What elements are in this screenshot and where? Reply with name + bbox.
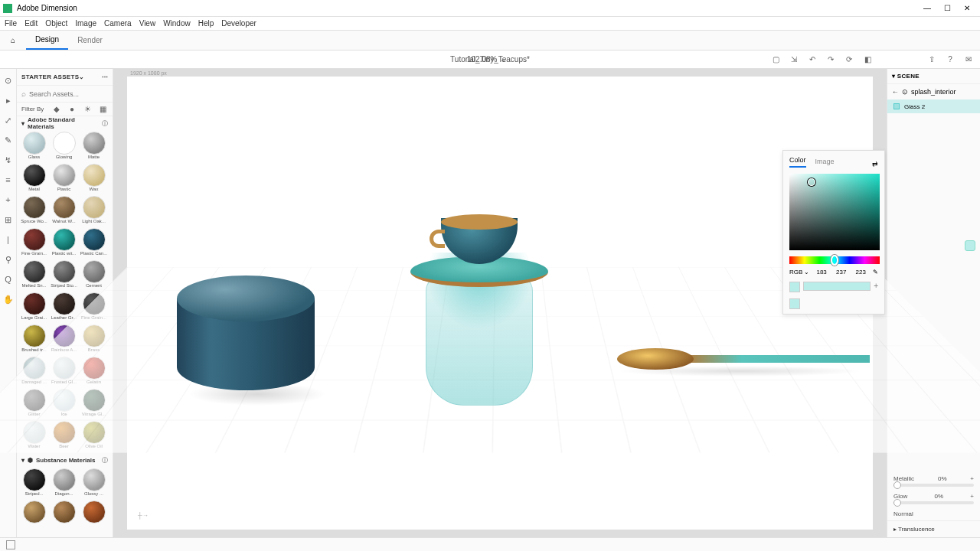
zoom-control[interactable]: 102.08% ⌄: [467, 55, 506, 64]
mode-render[interactable]: Render: [68, 31, 112, 50]
swap-icon[interactable]: ⇄: [872, 160, 878, 168]
hue-slider[interactable]: [789, 256, 880, 264]
material-swatch[interactable]: Wax: [80, 164, 108, 194]
maximize-button[interactable]: ☐: [937, 4, 957, 12]
material-swatch[interactable]: Glass: [20, 132, 48, 162]
material-swatch[interactable]: Fine Grain...: [20, 228, 48, 259]
material-swatch[interactable]: [50, 500, 78, 531]
info-icon[interactable]: ⓘ: [102, 119, 108, 128]
material-swatch[interactable]: [80, 500, 108, 531]
tool-sample[interactable]: ↯: [3, 155, 14, 165]
object-cylinder[interactable]: [173, 276, 318, 398]
tool-move[interactable]: ⤢: [3, 115, 14, 126]
color-g[interactable]: 237: [834, 269, 849, 276]
home-button[interactable]: ⌂: [6, 36, 20, 44]
tool-marquee[interactable]: ⚲: [3, 254, 14, 265]
material-swatch[interactable]: Matte: [80, 132, 108, 162]
tool-layout[interactable]: ⊞: [3, 214, 14, 225]
tool-orbit[interactable]: ⊙: [3, 75, 14, 86]
tab-image[interactable]: Image: [815, 158, 835, 168]
share-icon[interactable]: ⇪: [926, 54, 937, 65]
material-swatch[interactable]: Plastic Can...: [80, 228, 108, 259]
material-swatch[interactable]: Glowing: [50, 132, 78, 162]
minimize-button[interactable]: —: [917, 4, 937, 12]
material-swatch[interactable]: Large Grai...: [20, 292, 48, 323]
canvas-viewport[interactable]: 1920 x 1080 px ┼→: [113, 69, 887, 537]
filter-lights-icon[interactable]: ☀: [82, 104, 93, 115]
assets-header[interactable]: STARTER ASSETS ⌄ ⋯: [17, 69, 113, 86]
status-icon[interactable]: [6, 540, 15, 549]
material-swatch[interactable]: [20, 500, 48, 531]
material-swatch[interactable]: Striped...: [20, 468, 48, 499]
zoom-value[interactable]: 102.08%: [467, 55, 497, 64]
material-swatch[interactable]: Melted Sn...: [20, 260, 48, 291]
menu-edit[interactable]: Edit: [24, 19, 38, 28]
material-swatch[interactable]: Diagon...: [50, 468, 78, 499]
menu-help[interactable]: Help: [198, 19, 214, 28]
mode-design[interactable]: Design: [26, 31, 68, 50]
tool-select[interactable]: ▸: [3, 95, 14, 106]
menu-developer[interactable]: Developer: [221, 19, 256, 28]
menu-image[interactable]: Image: [75, 19, 96, 28]
metallic-slider[interactable]: [893, 484, 974, 487]
color-picker-panel[interactable]: Color Image ⇄ RGB⌄ 183 237 223 ✎ +: [782, 150, 885, 315]
tool-wand[interactable]: ✎: [3, 135, 14, 145]
undo-icon[interactable]: ↶: [807, 54, 818, 65]
tab-color[interactable]: Color: [789, 156, 806, 168]
filter-images-icon[interactable]: ▦: [97, 104, 108, 115]
object-jar-teacup[interactable]: [403, 176, 556, 406]
recent-swatch[interactable]: [789, 298, 800, 309]
tool-zoom[interactable]: Q: [3, 274, 14, 285]
menu-view[interactable]: View: [139, 19, 156, 28]
menu-window[interactable]: Window: [163, 19, 191, 28]
feedback-icon[interactable]: ✉: [963, 54, 974, 65]
base-color-swatch[interactable]: [965, 240, 975, 251]
swatch-bar[interactable]: [803, 282, 871, 291]
material-swatch[interactable]: Striped Sto...: [50, 260, 78, 291]
glow-slider[interactable]: [893, 501, 974, 504]
color-cursor[interactable]: [808, 178, 815, 186]
search-input[interactable]: [29, 90, 108, 98]
menu-camera[interactable]: Camera: [104, 19, 132, 28]
color-b[interactable]: 223: [853, 269, 868, 276]
section-substance-materials[interactable]: ▾ ⬢ Substance Materials ⓘ: [17, 453, 113, 467]
material-swatch[interactable]: Metal: [20, 164, 48, 194]
help-icon[interactable]: ?: [945, 54, 956, 65]
frame-icon[interactable]: ▢: [770, 54, 781, 65]
more-icon[interactable]: ⋯: [102, 73, 108, 80]
back-icon[interactable]: ←: [892, 88, 899, 96]
add-swatch-icon[interactable]: +: [874, 282, 878, 292]
material-swatch[interactable]: Plastic wit...: [50, 228, 78, 259]
material-swatch[interactable]: Glossy ...: [80, 468, 108, 499]
material-swatch[interactable]: Plastic: [50, 164, 78, 194]
add-icon[interactable]: +: [970, 493, 974, 500]
tool-hand[interactable]: ✋: [3, 294, 14, 305]
refresh-icon[interactable]: ⟳: [844, 54, 854, 65]
material-swatch[interactable]: Light Oak...: [80, 196, 108, 227]
material-swatch[interactable]: Cement: [80, 260, 108, 291]
section-standard-materials[interactable]: ▾ Adobe Standard Materials ⓘ: [17, 116, 113, 130]
menu-file[interactable]: File: [5, 19, 17, 28]
add-icon[interactable]: +: [970, 475, 974, 482]
info-icon[interactable]: ⓘ: [102, 456, 108, 465]
current-swatch[interactable]: [789, 282, 800, 292]
color-field[interactable]: [789, 174, 880, 250]
blend-mode[interactable]: Normal: [887, 507, 980, 520]
render-preview-icon[interactable]: ◧: [862, 54, 873, 65]
scene-header[interactable]: ▾ SCENE: [887, 69, 980, 84]
scene-item-selected[interactable]: Glass 2: [887, 99, 980, 113]
import-icon[interactable]: ⇲: [789, 54, 799, 65]
chevron-down-icon[interactable]: ⌄: [500, 55, 506, 64]
redo-icon[interactable]: ↷: [825, 54, 836, 65]
object-spoon[interactable]: [617, 344, 870, 375]
translucence-section[interactable]: ▸ Translucence: [887, 520, 980, 537]
material-swatch[interactable]: Walnut W...: [50, 196, 78, 227]
canvas-artboard[interactable]: ┼→: [127, 77, 873, 530]
filter-models-icon[interactable]: ◆: [51, 104, 62, 115]
color-mode-select[interactable]: RGB⌄: [789, 269, 809, 276]
chevron-down-icon[interactable]: ⌄: [79, 73, 84, 80]
scene-breadcrumb[interactable]: ← ⊙ splash_interior: [887, 84, 980, 99]
close-button[interactable]: ✕: [957, 4, 977, 12]
menu-object[interactable]: Object: [45, 19, 67, 28]
tool-ruler[interactable]: |: [3, 234, 14, 245]
